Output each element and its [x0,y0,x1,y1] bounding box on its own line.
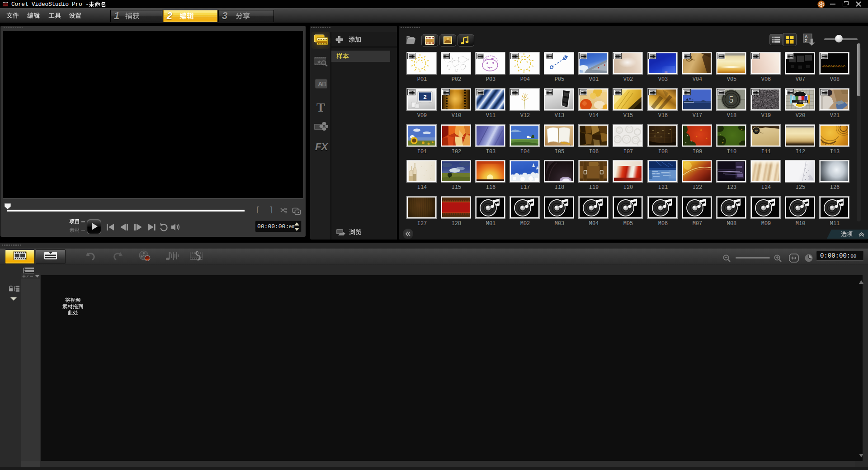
svg-text:W: W [755,130,758,132]
svg-text:B: B [322,80,327,88]
svg-text:2: 2 [423,94,426,100]
svg-text:Z: Z [805,38,807,43]
svg-text:5: 5 [729,94,734,104]
